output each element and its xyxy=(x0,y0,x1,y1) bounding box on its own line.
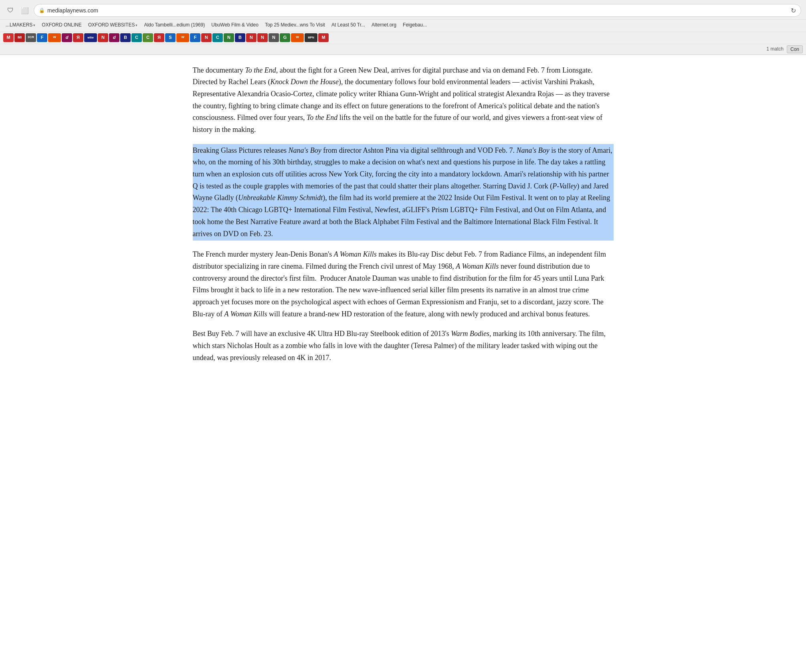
shield-icon: 🛡 xyxy=(7,7,14,14)
find-done-button[interactable]: Con xyxy=(787,45,803,53)
bookmark-label: Aldo Tambelli...edium (1969) xyxy=(144,21,205,29)
bookmark-label: At Least 50 Tr... xyxy=(331,21,365,29)
favicon-n5[interactable]: N xyxy=(257,33,268,42)
favicon-wttw[interactable]: wttw xyxy=(84,33,97,42)
paragraph-to-the-end: The documentary To the End, about the fi… xyxy=(193,65,614,136)
chevron-down-icon: ▾ xyxy=(33,22,35,28)
chevron-down-icon: ▾ xyxy=(135,22,137,28)
favicon-mpn[interactable]: MPN xyxy=(305,33,317,42)
favicon-bar: M MI 3CR F W d Я wttw N d B C C Я S W F … xyxy=(0,32,806,44)
address-bar[interactable]: 🔒 mediaplaynews.com ↻ xyxy=(34,4,801,17)
favicon-c1[interactable]: C xyxy=(131,33,142,42)
favicon-s[interactable]: S xyxy=(165,33,176,42)
address-text: mediaplaynews.com xyxy=(47,6,98,15)
bookmark-feigenbaum[interactable]: Feigebau... xyxy=(400,20,429,30)
bookmark-label: OXFORD ONLINE xyxy=(42,21,81,29)
reload-button[interactable]: ↻ xyxy=(791,7,796,14)
favicon-wct1[interactable]: W xyxy=(48,33,61,42)
find-match-count: 1 match xyxy=(766,45,784,53)
bookmark-label: OXFORD WEBSITES xyxy=(88,21,135,29)
extension-icon: ⬜ xyxy=(21,7,29,14)
favicon-n4[interactable]: N xyxy=(246,33,257,42)
bookmark-aldo[interactable]: Aldo Tambelli...edium (1969) xyxy=(141,20,207,30)
paragraph-nanas-boy: Breaking Glass Pictures releases Nana's … xyxy=(193,144,614,241)
page-content: The documentary To the End, about the fi… xyxy=(177,55,630,388)
paragraph-warm-bodies: Best Buy Feb. 7 will have an exclusive 4… xyxy=(193,328,614,364)
bookmark-label: UbuWeb Film & Video xyxy=(211,21,259,29)
favicon-n1[interactable]: N xyxy=(98,33,108,42)
favicon-b1[interactable]: B xyxy=(120,33,131,42)
favicon-mp2[interactable]: M xyxy=(318,33,329,42)
bookmark-label: Feigebau... xyxy=(403,21,427,29)
favicon-ya1[interactable]: Я xyxy=(73,33,83,42)
find-bar: 1 match Con xyxy=(0,44,806,55)
paragraph-woman-kills: The French murder mystery Jean-Denis Bon… xyxy=(193,249,614,320)
bookmarks-bar: ...LMAKERS ▾ OXFORD ONLINE OXFORD WEBSIT… xyxy=(0,19,806,31)
favicon-3cr[interactable]: 3CR xyxy=(26,33,36,42)
favicon-n3[interactable]: N xyxy=(224,33,234,42)
favicon-m[interactable]: M xyxy=(3,33,14,42)
extension-button[interactable]: ⬜ xyxy=(19,5,30,16)
browser-toolbar: 🛡 ⬜ 🔒 mediaplaynews.com ↻ xyxy=(0,2,806,19)
browser-chrome: 🛡 ⬜ 🔒 mediaplaynews.com ↻ ...LMAKERS ▾ O… xyxy=(0,0,806,55)
shield-button[interactable]: 🛡 xyxy=(5,5,16,16)
favicon-wct2[interactable]: W xyxy=(176,33,189,42)
bookmark-label: ...LMAKERS xyxy=(6,21,32,29)
bookmark-alternet[interactable]: Alternet.org xyxy=(369,20,399,30)
article-body: The documentary To the End, about the fi… xyxy=(193,65,614,364)
favicon-dito2[interactable]: d xyxy=(109,33,119,42)
favicon-ya2[interactable]: Я xyxy=(154,33,164,42)
favicon-b2[interactable]: B xyxy=(235,33,245,42)
favicon-mi[interactable]: MI xyxy=(14,33,25,42)
bookmark-ubuweb[interactable]: UbuWeb Film & Video xyxy=(209,20,261,30)
bookmark-lmakers[interactable]: ...LMAKERS ▾ xyxy=(3,20,38,30)
favicon-f[interactable]: F xyxy=(37,33,47,42)
favicon-c2[interactable]: C xyxy=(143,33,153,42)
bookmark-top25[interactable]: Top 25 Mediev...wns To Visit xyxy=(263,20,327,30)
bookmark-label: Alternet.org xyxy=(372,21,396,29)
bookmark-atleast[interactable]: At Least 50 Tr... xyxy=(329,20,368,30)
favicon-dito1[interactable]: d xyxy=(62,33,72,42)
bookmark-oxford-websites[interactable]: OXFORD WEBSITES ▾ xyxy=(86,20,140,30)
favicon-c3[interactable]: C xyxy=(212,33,223,42)
favicon-n6[interactable]: N xyxy=(269,33,279,42)
favicon-wct3[interactable]: W xyxy=(291,33,304,42)
bookmark-oxford-online[interactable]: OXFORD ONLINE xyxy=(39,20,84,30)
favicon-g[interactable]: G xyxy=(280,33,290,42)
lock-icon: 🔒 xyxy=(39,7,45,14)
bookmark-label: Top 25 Mediev...wns To Visit xyxy=(265,21,325,29)
favicon-n2[interactable]: N xyxy=(201,33,212,42)
favicon-f2[interactable]: F xyxy=(190,33,200,42)
nav-icons: 🛡 ⬜ xyxy=(5,5,30,16)
